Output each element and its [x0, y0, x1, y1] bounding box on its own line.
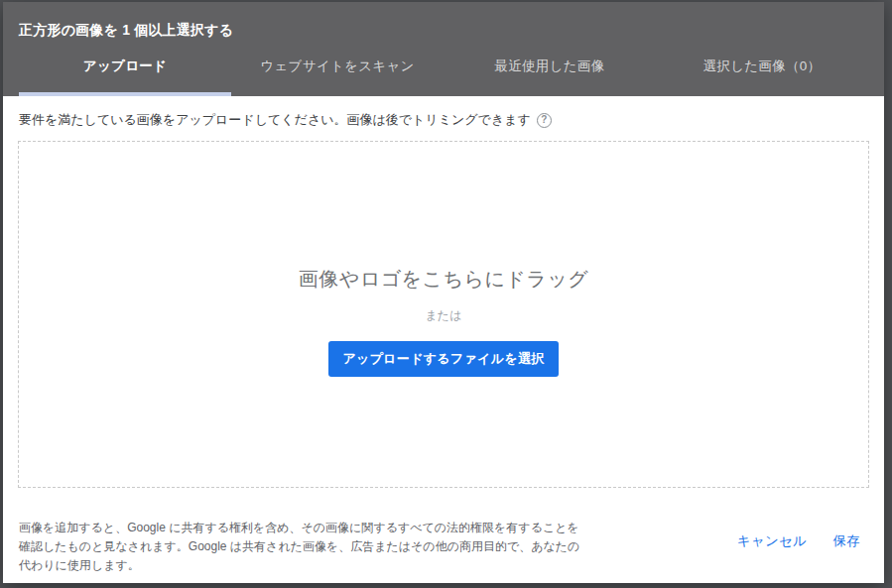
dropzone-drag-text: 画像やロゴをこちらにドラッグ [299, 266, 589, 293]
instruction-row: 要件を満たしている画像をアップロードしてください。画像は後でトリミングできます … [3, 96, 884, 141]
cancel-button[interactable]: キャンセル [737, 532, 808, 550]
tab-bar: アップロード ウェブサイトをスキャン 最近使用した画像 選択した画像（0） [3, 46, 884, 96]
image-dropzone[interactable]: 画像やロゴをこちらにドラッグ または アップロードするファイルを選択 [18, 141, 869, 488]
dialog-header: 正方形の画像を 1 個以上選択する アップロード ウェブサイトをスキャン 最近使… [3, 2, 884, 96]
save-button[interactable]: 保存 [832, 532, 860, 550]
tab-recently-used-images[interactable]: 最近使用した画像 [444, 46, 656, 96]
modal-scrim: 正方形の画像を 1 個以上選択する アップロード ウェブサイトをスキャン 最近使… [0, 0, 892, 588]
dialog-footer: 画像を追加すると、Google に共有する権利を含め、その画像に関するすべての法… [19, 519, 860, 575]
tab-selected-images[interactable]: 選択した画像（0） [656, 46, 868, 96]
dialog-title: 正方形の画像を 1 個以上選択する [3, 2, 884, 46]
footer-actions: キャンセル 保存 [737, 532, 860, 562]
tab-upload[interactable]: アップロード [19, 46, 231, 96]
legal-disclaimer-text: 画像を追加すると、Google に共有する権利を含め、その画像に関するすべての法… [19, 519, 580, 575]
dropzone-or-text: または [426, 307, 462, 324]
dialog-body: 要件を満たしている画像をアップロードしてください。画像は後でトリミングできます … [3, 96, 884, 583]
help-icon[interactable]: ? [537, 113, 552, 128]
image-select-dialog: 正方形の画像を 1 個以上選択する アップロード ウェブサイトをスキャン 最近使… [3, 2, 884, 583]
tab-scan-website[interactable]: ウェブサイトをスキャン [231, 46, 444, 96]
select-files-to-upload-button[interactable]: アップロードするファイルを選択 [328, 341, 558, 377]
instruction-text: 要件を満たしている画像をアップロードしてください。画像は後でトリミングできます [19, 111, 531, 129]
